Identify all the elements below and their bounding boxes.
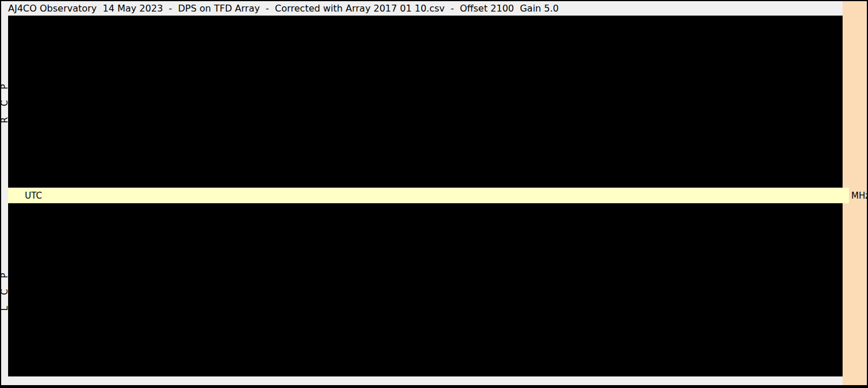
panel-label-lcp: L C P	[1, 247, 9, 333]
spectrogram-lcp-panel	[8, 203, 843, 376]
spectrogram-rcp-panel	[8, 16, 843, 188]
page-title: AJ4CO Observatory 14 May 2023 - DPS on T…	[8, 3, 559, 14]
time-axis: UTC	[8, 188, 849, 203]
title-bar: AJ4CO Observatory 14 May 2023 - DPS on T…	[1, 1, 843, 16]
bottom-margin	[1, 376, 843, 385]
spectrograph-figure: AJ4CO Observatory 14 May 2023 - DPS on T…	[0, 0, 868, 388]
utc-label: UTC	[25, 191, 42, 201]
panel-label-rcp: R C P	[1, 58, 9, 145]
mhz-label: MHz	[851, 191, 868, 201]
